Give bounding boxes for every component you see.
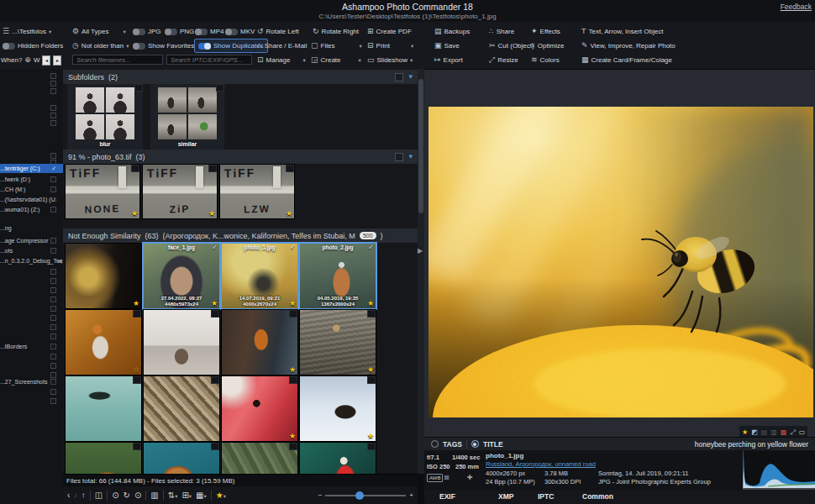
folder-checkbox[interactable] [50,389,56,395]
section-checkbox[interactable] [395,73,403,81]
thumbnail-eagle-snow[interactable]: ★ [300,376,376,441]
favorite-star-icon[interactable]: ★ [367,365,374,374]
view-improve-repair-button[interactable]: ✎ View, Improve, Repair Photo [581,40,676,51]
folder-checkbox[interactable] [50,315,56,321]
collapse-left-icon[interactable]: ◀ [58,258,62,265]
mp4-toggle[interactable]: MP4 [195,26,223,37]
thumbnail-hoopoe[interactable]: ☆ [66,310,141,375]
colors-button[interactable]: ≋ Colors [531,55,560,66]
search-filenames-input[interactable] [72,55,163,65]
thumbnail-size-slider[interactable]: − + [318,492,413,499]
export-button[interactable]: ↦ Export [434,55,463,66]
slider-minus[interactable]: − [318,492,323,499]
text-arrow-insert-button[interactable]: T Text, Arrow, Insert Object [581,26,663,37]
section-header-not-enough-similarity[interactable]: Not Enough Similarity (63) (Агрогородок,… [63,228,418,243]
folder-selector[interactable]: ☰ ...\Testfotos ▾ [3,26,51,37]
folder-checkbox[interactable] [50,354,56,360]
thumbnail-tiff-none[interactable]: TiFF NONE ★ [66,165,139,218]
thumb-checkbox[interactable] [133,376,141,384]
folder-checkbox[interactable] [50,306,56,312]
folder-checkbox[interactable] [50,278,56,284]
panel-a-icon[interactable]: ◩ [751,428,758,436]
thumb-checkbox[interactable] [131,165,139,172]
save-button[interactable]: ▣ Save [434,40,460,51]
tree-item-drive-z[interactable]: ...wuma01) (Z:) [0,205,63,214]
folder-checkbox[interactable] [50,105,56,111]
tab-exif[interactable]: EXIF [439,492,455,501]
thumbnail-photo2[interactable]: photo_2.jpg ✓ 04.05.2019, 19:35 1367x200… [300,244,376,308]
slideshow-dropdown[interactable]: ▭ Slideshow ▾ [367,55,413,66]
section-header-duplicates[interactable]: 91 % - photo_63.tif (3) ▾ [63,150,418,164]
prev-button[interactable]: ◂ [42,55,50,66]
folder-view-icon[interactable]: ▥ [770,428,777,436]
share-button[interactable]: ∴ Share [489,26,514,37]
thumbnail-seabird[interactable] [66,376,141,441]
cut-object-button[interactable]: ✂ Cut (Object) [489,40,534,51]
folder-checkbox[interactable] [50,363,56,369]
tree-item-debug-test[interactable]: ...n_0.3.2.0_Debug_Tes ◀ [0,256,63,265]
thumbnail-fox-roof[interactable]: ★ [222,310,297,375]
effects-button[interactable]: ✦ Effects [531,26,560,37]
folder-checkbox[interactable] [50,333,56,339]
thumb-checkbox[interactable] [133,443,141,450]
thumbnail-dog[interactable] [144,310,219,375]
folder-checkbox[interactable] [50,287,56,293]
tree-item-drive-u[interactable]: ...(\\ashsrvdata01) (U: [0,195,63,204]
thumbnail-tiff-zip[interactable]: TiFF ZiP ★ [143,165,217,218]
favorite-star-icon[interactable]: ★ [289,299,296,307]
files-dropdown[interactable]: ▢ Files ▾ [311,40,362,51]
tags-radio[interactable] [431,440,439,448]
thumb-checkbox[interactable] [367,376,376,384]
thumb-checkbox[interactable] [289,376,297,384]
favorite-star-icon[interactable]: ★ [131,209,138,218]
thumbnail-plant[interactable]: ★ [66,244,141,308]
thumb-checkbox[interactable] [211,310,219,318]
thumbnail-turtle[interactable] [144,443,219,474]
panel-layout-button[interactable]: ◫ [95,491,103,500]
rotate-left-button[interactable]: ↺ Rotate Left [257,26,299,37]
thumb-checkbox[interactable] [216,84,224,92]
panel-splitter-handle[interactable]: ▶ [418,247,423,255]
favorite-star-icon[interactable]: ★ [133,299,139,307]
thumb-checkbox[interactable] [289,310,297,318]
folder-thumbnail-blur[interactable]: blur [67,84,143,150]
collapse-chevron-icon[interactable]: ▾ [408,153,413,160]
folder-checkbox[interactable] [50,344,56,349]
tree-item-ots[interactable]: ...ots [0,246,63,255]
folder-checkbox[interactable] [50,398,56,404]
folder-checkbox[interactable] [50,186,56,192]
favorites-filter-dropdown[interactable]: ★▾ [216,491,226,500]
back-button[interactable]: ‹ [67,491,70,500]
slider-plus[interactable]: + [409,492,413,499]
thumb-checkbox[interactable] [367,443,376,450]
rotate-right-button[interactable]: ↻ Rotate Right [313,26,359,37]
thumb-checkbox[interactable] [289,443,297,450]
thumb-checkbox[interactable] [367,310,376,318]
sort-dropdown[interactable]: ⇅▾ [168,491,178,500]
mkv-toggle[interactable]: MKV [225,26,255,37]
browser-scrollbar[interactable] [418,69,424,474]
monitor-icon[interactable]: ▭ [799,428,806,436]
folder-checkbox[interactable] [50,248,56,254]
thumbnail-water-rocks[interactable]: ★ [300,310,376,375]
thumbnail-photo1[interactable]: photo_1.jpg ✓ 14.07.2019, 09:21 4000x267… [222,244,297,308]
thumb-checkbox[interactable] [286,165,294,172]
forward-button[interactable]: › [74,491,76,500]
feedback-link[interactable]: Feedback [781,3,812,11]
thumb-checkbox[interactable] [211,376,219,384]
scrollbar-thumb[interactable] [418,79,423,213]
slider-knob[interactable] [355,491,364,500]
thumbnail-tiger[interactable] [66,443,141,474]
folder-checkbox[interactable] [50,297,56,302]
thumbnail-parrot[interactable] [300,443,376,474]
favorite-star-icon[interactable]: ★ [208,209,215,218]
folder-checkbox[interactable] [50,73,56,79]
tree-item-screenshots[interactable]: ...27_Screenshots [0,377,63,386]
folder-options-button[interactable]: ▥ [150,491,158,500]
thumb-checkbox[interactable] [208,165,217,172]
panel-b-icon[interactable]: ▤ [761,428,768,436]
up-button[interactable]: ↑ [82,491,86,500]
refresh-button[interactable]: ↻ [124,491,130,500]
section-checkbox[interactable] [395,153,403,161]
thumb-checkbox[interactable] [211,443,219,450]
